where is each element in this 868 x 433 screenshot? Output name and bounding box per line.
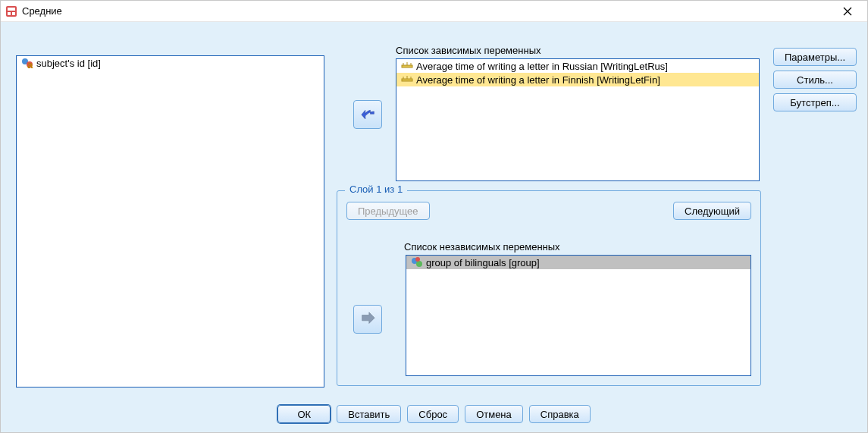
close-button[interactable] — [832, 2, 863, 20]
list-item-label: subject's id [id] — [36, 58, 101, 69]
titlebar: Средние — [1, 1, 867, 22]
list-item[interactable]: a subject's id [id] — [17, 56, 324, 70]
svg-point-19 — [415, 257, 420, 262]
list-item-label: group of bilinguals [group] — [426, 257, 540, 268]
move-to-independent-button[interactable] — [353, 305, 382, 334]
window-title: Средние — [22, 5, 832, 17]
layer-legend: Слой 1 из 1 — [345, 184, 407, 195]
svg-text:a: a — [27, 59, 33, 69]
bootstrap-button[interactable]: Бутстреп... — [773, 93, 857, 111]
previous-layer-button[interactable]: Предыдущее — [346, 202, 430, 220]
source-variable-list[interactable]: a subject's id [id] — [16, 55, 324, 388]
bottom-button-row: ОК Вставить Сброс Отмена Справка — [1, 405, 867, 423]
svg-rect-13 — [402, 79, 412, 81]
reset-button[interactable]: Сброс — [407, 405, 459, 423]
list-item[interactable]: Average time of writing a letter in Russ… — [396, 59, 759, 73]
svg-rect-2 — [8, 12, 11, 15]
next-layer-button[interactable]: Следующий — [673, 202, 751, 220]
dependent-list-label: Список зависимых переменных — [396, 45, 541, 56]
list-item-label: Average time of writing a letter in Finn… — [416, 74, 660, 86]
move-to-source-button[interactable] — [353, 100, 382, 129]
independent-list-label: Список независимых переменных — [404, 241, 560, 253]
scale-icon — [401, 60, 413, 72]
list-item-label: Average time of writing a letter in Russ… — [416, 61, 668, 72]
parameters-button[interactable]: Параметры... — [773, 48, 857, 66]
layer-groupbox: Слой 1 из 1 Предыдущее Следующий Список … — [337, 190, 761, 386]
dialog-body: a subject's id [id] Список зависимых пер… — [1, 22, 867, 432]
list-item[interactable]: Average time of writing a letter in Finn… — [396, 73, 759, 86]
scale-icon — [401, 74, 413, 86]
cancel-button[interactable]: Отмена — [465, 405, 523, 423]
dependent-variable-list[interactable]: Average time of writing a letter in Russ… — [396, 58, 760, 181]
svg-rect-1 — [8, 8, 15, 11]
svg-point-18 — [416, 261, 422, 267]
means-dialog-window: Средние a subject's id [id] Список завис… — [0, 0, 868, 433]
style-button[interactable]: Стиль... — [773, 71, 857, 89]
paste-button[interactable]: Вставить — [337, 405, 401, 423]
right-button-column: Параметры... Стиль... Бутстреп... — [773, 48, 857, 111]
svg-rect-3 — [12, 12, 15, 15]
independent-variable-list[interactable]: group of bilinguals [group] — [406, 255, 751, 376]
ok-button[interactable]: ОК — [277, 405, 331, 423]
help-button[interactable]: Справка — [529, 405, 591, 423]
app-icon — [5, 5, 17, 17]
nominal-icon — [411, 256, 423, 268]
svg-rect-9 — [402, 65, 412, 67]
list-item[interactable]: group of bilinguals [group] — [406, 256, 750, 269]
nominal-icon: a — [21, 57, 33, 69]
